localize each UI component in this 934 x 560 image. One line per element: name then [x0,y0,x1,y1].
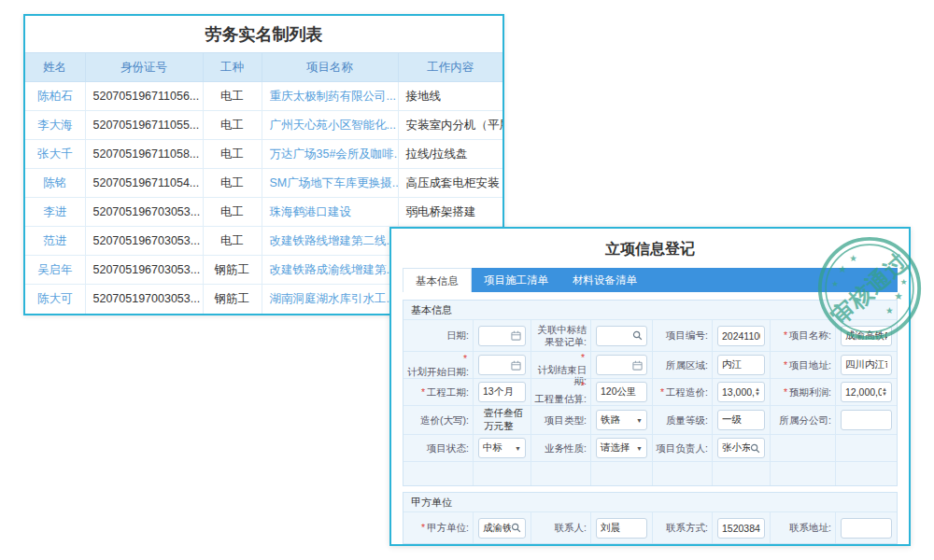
project-name-link[interactable]: 湖南洞庭湖水库引水工... [270,292,396,305]
profit-label: *预期利润: [770,378,835,405]
cost-label: *工程造价: [652,378,712,405]
project-name-link[interactable]: 重庆太极制药有限公司... [270,90,396,103]
worker-name-link[interactable]: 吴启年 [37,263,73,276]
tab-materials-list[interactable]: 材料设备清单 [560,268,649,292]
bid-result-search-input[interactable] [596,326,647,346]
required-marker: * [784,359,787,371]
contact-label: 联系人: [531,511,590,543]
work-content-cell: 高压成套电柜安装 [398,169,502,198]
project-status-select[interactable]: 中标 ▼ [478,438,526,458]
bid-result-field[interactable] [601,330,632,342]
project-name-link[interactable]: 广州天心苑小区智能化... [270,119,396,132]
duration-input[interactable] [478,382,526,402]
end-date-input[interactable] [596,355,647,375]
cost-field[interactable] [722,386,755,398]
table-row: 李大海 520705196711055... 电工 广州天心苑小区智能化... … [25,111,502,140]
manager-field[interactable] [722,442,750,454]
business-nature-select[interactable]: 请选择 ▼ [596,438,647,458]
basic-info-section-title: 基本信息 [403,301,897,319]
number-spinner[interactable]: ▲▼ [882,387,887,397]
end-date-field[interactable] [601,359,632,371]
party-a-section: 甲方单位 *甲方单位: 联系人: 联系方式: 联系地址: [403,492,898,544]
worker-name-link[interactable]: 陈柏石 [37,90,73,103]
calendar-icon[interactable] [632,360,643,371]
search-icon[interactable] [632,330,643,341]
project-name-link[interactable]: 珠海鹤港口建设 [270,205,352,218]
id-number-cell: 520705197003053... [85,285,203,314]
search-icon[interactable] [511,523,521,533]
table-row: 陈铭 520705196711054... 电工 SM广场地下车库更换摄... … [25,169,502,198]
work-type-cell: 钢筋工 [203,256,262,285]
contact-address-label: 联系地址: [770,511,835,543]
work-type-cell: 电工 [203,198,262,227]
party-a-field[interactable] [483,523,511,534]
worker-name-link[interactable]: 陈大可 [37,292,73,305]
address-input[interactable] [841,355,892,375]
required-marker: * [463,353,467,365]
dropdown-arrow-icon[interactable]: ▼ [515,445,521,452]
worker-name-link[interactable]: 范进 [43,234,66,247]
spinner-down-icon[interactable]: ▼ [755,392,760,397]
project-type-select[interactable]: 铁路 ▼ [596,410,647,430]
worker-name-link[interactable]: 陈铭 [43,176,66,189]
work-type-cell: 钢筋工 [203,285,262,314]
date-input[interactable] [478,326,526,346]
search-icon[interactable] [750,443,760,454]
contact-address-input[interactable] [841,518,892,539]
party-a-label: *甲方单位: [403,511,473,543]
spinner-down-icon[interactable]: ▼ [882,392,887,397]
project-name-link[interactable]: 改建铁路线增建第二线... [270,234,396,247]
empty-cell [835,434,897,461]
start-date-field[interactable] [483,359,511,371]
manager-search-input[interactable] [717,438,765,458]
number-spinner[interactable]: ▲▼ [755,387,760,397]
tab-construction-list[interactable]: 项目施工清单 [472,268,560,292]
empty-cell [531,461,590,485]
work-content-cell: 安装室内分机（平层... [398,111,502,140]
region-input[interactable] [717,355,765,375]
project-name-link[interactable]: SM广场地下车库更换摄... [270,176,399,189]
quality-label: 质量等级: [652,405,712,434]
manager-label: 项目负责人: [652,434,712,461]
dropdown-arrow-icon[interactable]: ▼ [636,445,643,452]
screen: 劳务实名制列表 姓名 身份证号 工种 项目名称 工作内容 陈柏石 5207051… [0,0,934,560]
work-type-cell: 电工 [203,111,262,140]
calendar-icon[interactable] [511,360,521,371]
id-number-cell: 520705196711054... [85,169,203,198]
tab-basic-info[interactable]: 基本信息 [403,268,472,292]
cost-number-input[interactable]: ▲▼ [717,382,765,402]
date-input-field[interactable] [483,330,511,342]
empty-cell [770,434,835,461]
phone-input[interactable] [717,518,765,539]
project-type-label: 项目类型: [531,405,590,434]
table-row: 陈柏石 520705196711056... 电工 重庆太极制药有限公司... … [25,82,502,111]
date-label: 日期: [403,319,473,351]
start-date-input[interactable] [478,355,526,375]
required-marker: * [660,386,664,399]
project-no-input[interactable] [717,326,765,346]
col-header-name: 姓名 [25,53,85,82]
project-name-link[interactable]: 改建铁路成渝线增建第... [270,263,396,276]
project-name-link[interactable]: 万达广场35#会所及咖啡... [270,147,399,161]
contact-input[interactable] [596,518,647,539]
worker-name-link[interactable]: 张大千 [37,147,73,161]
work-type-cell: 电工 [203,82,262,111]
calendar-icon[interactable] [511,330,521,341]
phone-label: 联系方式: [652,511,712,543]
work-content-cell: 接地线 [398,82,502,111]
dropdown-arrow-icon[interactable]: ▼ [636,417,643,424]
profit-number-input[interactable]: ▲▼ [841,382,892,402]
quantity-input[interactable] [596,382,647,402]
quality-input[interactable] [717,410,765,430]
required-marker: * [784,386,787,399]
profit-field[interactable] [845,386,882,398]
worker-name-link[interactable]: 李进 [43,205,66,218]
worker-name-link[interactable]: 李大海 [37,119,73,132]
required-marker: * [421,386,425,399]
party-a-search-input[interactable] [478,518,526,539]
labor-table-header-row: 姓名 身份证号 工种 项目名称 工作内容 [25,53,502,82]
branch-label: 所属分公司: [770,405,835,434]
empty-cell [835,461,897,485]
branch-input[interactable] [841,410,892,430]
project-name-input[interactable] [841,326,892,346]
